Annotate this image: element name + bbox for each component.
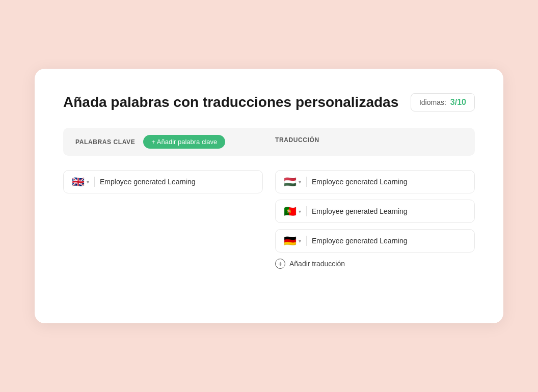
language-badge: Idiomas: 3/10 — [411, 93, 475, 111]
keywords-header-label: PALABRAS CLAVE — [75, 138, 135, 146]
keyword-divider — [94, 177, 95, 187]
keywords-column: 🇬🇧 ▾ — [63, 170, 263, 269]
translation-text-input-2[interactable] — [312, 237, 466, 245]
add-keyword-button[interactable]: + Añadir palabra clave — [143, 135, 225, 149]
keyword-flag-chevron: ▾ — [87, 179, 89, 185]
translation-flag-chevron-2: ▾ — [299, 238, 301, 244]
translation-header-label: TRADUCCIÓN — [275, 136, 319, 144]
translation-divider-1 — [306, 206, 307, 216]
keyword-text-input[interactable] — [100, 178, 254, 186]
translation-text-input-1[interactable] — [312, 207, 466, 215]
add-translation-label: Añadir traducción — [289, 260, 345, 268]
keywords-column-header: PALABRAS CLAVE + Añadir palabra clave — [75, 135, 263, 149]
keyword-flag: 🇬🇧 — [72, 177, 85, 187]
translation-flag-selector-1[interactable]: 🇵🇹 ▾ — [284, 206, 301, 216]
card-header: Añada palabras con traducciones personal… — [63, 93, 475, 111]
add-translation-row[interactable]: + Añadir traducción — [275, 259, 475, 269]
translation-flag-chevron-1: ▾ — [299, 209, 301, 214]
translation-flag-1: 🇵🇹 — [284, 206, 297, 216]
translation-flag-selector-2[interactable]: 🇩🇪 ▾ — [284, 236, 301, 246]
translation-divider-0 — [306, 177, 307, 187]
translation-text-input-0[interactable] — [312, 178, 466, 186]
translation-input-row-0: 🇭🇺 ▾ — [275, 170, 475, 193]
card-title: Añada palabras con traducciones personal… — [63, 94, 398, 110]
language-badge-count: 3/10 — [450, 98, 466, 107]
translation-flag-selector-0[interactable]: 🇭🇺 ▾ — [284, 177, 301, 187]
add-translation-icon: + — [275, 259, 285, 269]
translation-flag-chevron-0: ▾ — [299, 179, 301, 185]
language-badge-label: Idiomas: — [419, 98, 446, 106]
translation-input-row-1: 🇵🇹 ▾ — [275, 200, 475, 223]
translation-input-row-2: 🇩🇪 ▾ — [275, 229, 475, 253]
translation-column-header: TRADUCCIÓN — [263, 135, 463, 149]
keyword-input-row: 🇬🇧 ▾ — [63, 170, 263, 193]
translation-flag-2: 🇩🇪 — [284, 236, 297, 246]
translation-divider-2 — [306, 236, 307, 246]
table-header: PALABRAS CLAVE + Añadir palabra clave TR… — [63, 128, 475, 156]
content-area: 🇬🇧 ▾ 🇭🇺 ▾ 🇵🇹 ▾ 🇩� — [63, 170, 475, 269]
main-card: Añada palabras con traducciones personal… — [35, 69, 503, 323]
translation-column: 🇭🇺 ▾ 🇵🇹 ▾ 🇩🇪 ▾ + Añadir traducción — [275, 170, 475, 269]
translation-flag-0: 🇭🇺 — [284, 177, 297, 187]
keyword-flag-selector[interactable]: 🇬🇧 ▾ — [72, 177, 89, 187]
